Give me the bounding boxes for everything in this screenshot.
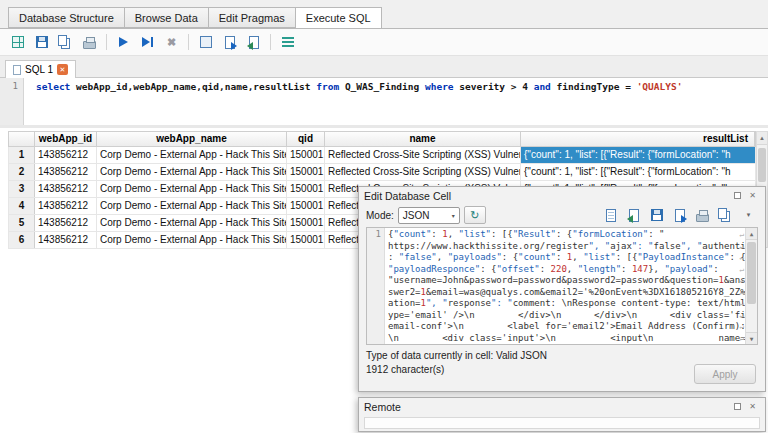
refresh-icon: ↻ [470, 209, 479, 221]
json-line: email-conf'>\n <label for='email2'>Email… [388, 321, 745, 331]
json-line: ation=1", "response": "comment: \nRespon… [388, 298, 745, 308]
wrap-icon: ↵ [739, 264, 744, 276]
column-header-qid[interactable]: qid [287, 132, 325, 146]
cell-name[interactable]: Reflected Cross-Site Scripting (XSS) Vul… [325, 164, 521, 180]
cell-webApp_name[interactable]: Corp Demo - External App - Hack This Sit… [97, 181, 287, 197]
panel-title: Remote [364, 401, 730, 413]
apply-button[interactable]: Apply [694, 364, 756, 384]
print-button[interactable] [79, 32, 100, 53]
tab-edit-pragmas[interactable]: Edit Pragmas [208, 7, 295, 28]
scroll-down-icon[interactable]: ▼ [746, 332, 757, 344]
sql-editor[interactable]: 1 select webApp_id,webApp_name,qid,name,… [0, 78, 768, 128]
remote-panel-body [364, 417, 760, 429]
save-sql-file-button[interactable] [31, 32, 52, 53]
scroll-up-icon[interactable]: ▲ [757, 132, 767, 145]
cell-webApp_name[interactable]: Corp Demo - External App - Hack This Sit… [97, 164, 287, 180]
cell-webApp_name[interactable]: Corp Demo - External App - Hack This Sit… [97, 147, 287, 163]
panel-title: Edit Database Cell [364, 190, 730, 202]
mode-value: JSON [403, 210, 430, 221]
apply-format-button[interactable]: ↻ [464, 206, 486, 224]
document-export-icon [675, 209, 685, 222]
cell-qid[interactable]: 150001 [287, 198, 325, 214]
execute-current-line-button[interactable] [137, 32, 158, 53]
copy-button[interactable] [55, 32, 76, 53]
cell-qid[interactable]: 150001 [287, 164, 325, 180]
main-tab-bar: Database Structure Browse Data Edit Prag… [0, 0, 768, 29]
sql-tab-bar: SQL 1 ✕ [0, 56, 768, 78]
cell-resultList-selected[interactable]: {"count": 1, "list": [{"Result": {"formL… [521, 147, 756, 163]
cell-qid[interactable]: 150001 [287, 181, 325, 197]
new-sql-tab-button[interactable] [7, 32, 28, 53]
float-panel-button[interactable] [730, 189, 745, 202]
line-number-gutter: 1 [0, 78, 24, 125]
editor-scrollbar[interactable]: ▲ ▼ [745, 228, 757, 344]
export-results-button[interactable] [195, 32, 216, 53]
toolbar-separator [270, 34, 271, 50]
column-header-webApp_id[interactable]: webApp_id [35, 132, 97, 146]
wrap-icon: ↵ [739, 229, 744, 241]
wrap-icon: ↵ [739, 310, 744, 322]
cell-webApp_id[interactable]: 143856212 [35, 232, 97, 248]
close-icon: ✕ [749, 402, 756, 411]
cell-resultList[interactable]: {"count": 1, "list": [{"Result": {"formL… [521, 164, 756, 180]
cell-webApp_id[interactable]: 143856212 [35, 198, 97, 214]
panel-titlebar: Edit Database Cell ✕ [359, 187, 765, 204]
import-data-button[interactable] [624, 206, 643, 224]
execute-all-button[interactable] [113, 32, 134, 53]
close-tab-icon[interactable]: ✕ [57, 64, 68, 75]
cell-webApp_name[interactable]: Corp Demo - External App - Hack This Sit… [97, 215, 287, 231]
cell-webApp_id[interactable]: 143856212 [35, 181, 97, 197]
open-in-editor-button[interactable] [601, 206, 620, 224]
execute-sql-toolbar: ✖ [0, 29, 768, 56]
cell-qid[interactable]: 150001 [287, 232, 325, 248]
mode-select[interactable]: JSON ▾ [398, 207, 460, 224]
float-panel-button[interactable] [730, 400, 745, 413]
save-data-button[interactable] [647, 206, 666, 224]
column-header-webApp_name[interactable]: webApp_name [97, 132, 287, 146]
scrollbar-thumb[interactable] [758, 148, 766, 182]
mode-row: Mode: JSON ▾ ↻ ▾ [359, 204, 765, 225]
close-panel-button[interactable]: ✕ [745, 400, 760, 413]
json-line: {"count": 1, "list": [{"Result": {"formL… [388, 229, 664, 239]
cell-qid[interactable]: 150001 [287, 147, 325, 163]
stop-icon: ✖ [167, 36, 176, 49]
save-results-button[interactable] [219, 32, 240, 53]
json-line: https://www.hackthissite.org/register", … [388, 241, 745, 251]
chevron-down-icon: ▾ [747, 211, 751, 219]
play-icon [119, 37, 128, 47]
scrollbar-track[interactable] [746, 240, 757, 332]
cell-webApp_name[interactable]: Corp Demo - External App - Hack This Sit… [97, 232, 287, 248]
close-panel-button[interactable]: ✕ [745, 189, 760, 202]
document-import-icon [629, 209, 639, 222]
tab-browse-data[interactable]: Browse Data [124, 7, 208, 28]
wrap-icon: ↵ [739, 241, 744, 253]
document-import-icon [249, 36, 259, 49]
db-browser-window: Database Structure Browse Data Edit Prag… [0, 0, 768, 433]
float-icon [734, 192, 741, 199]
column-header-resultList[interactable]: resultList [521, 132, 755, 146]
column-header-name[interactable]: name [325, 132, 521, 146]
stop-button[interactable]: ✖ [161, 32, 182, 53]
cell-webApp_id[interactable]: 143856212 [35, 215, 97, 231]
printer-icon [83, 41, 96, 49]
more-options-button[interactable]: ▾ [739, 206, 758, 224]
tab-database-structure[interactable]: Database Structure [8, 7, 124, 28]
export-data-button[interactable] [670, 206, 689, 224]
tab-execute-sql[interactable]: Execute SQL [295, 7, 382, 29]
row-number: 5 [9, 215, 35, 231]
cell-webApp_id[interactable]: 143856212 [35, 147, 97, 163]
sql-tab-1[interactable]: SQL 1 ✕ [5, 60, 76, 78]
copy-cell-button[interactable] [716, 206, 735, 224]
print-cell-button[interactable] [693, 206, 712, 224]
scrollbar-thumb[interactable] [747, 242, 756, 304]
cell-content-editor[interactable]: 1 {"count": 1, "list": [{"Result": {"for… [366, 227, 758, 345]
cell-webApp_id[interactable]: 143856212 [35, 164, 97, 180]
format-sql-button[interactable] [277, 32, 298, 53]
cell-webApp_name[interactable]: Corp Demo - External App - Hack This Sit… [97, 198, 287, 214]
scroll-up-icon[interactable]: ▲ [746, 228, 757, 240]
cell-name[interactable]: Reflected Cross-Site Scripting (XSS) Vul… [325, 147, 521, 163]
new-sql-tab-icon [12, 36, 24, 48]
cell-qid[interactable]: 150001 [287, 215, 325, 231]
open-sql-file-button[interactable] [243, 32, 264, 53]
close-icon: ✕ [749, 191, 756, 200]
